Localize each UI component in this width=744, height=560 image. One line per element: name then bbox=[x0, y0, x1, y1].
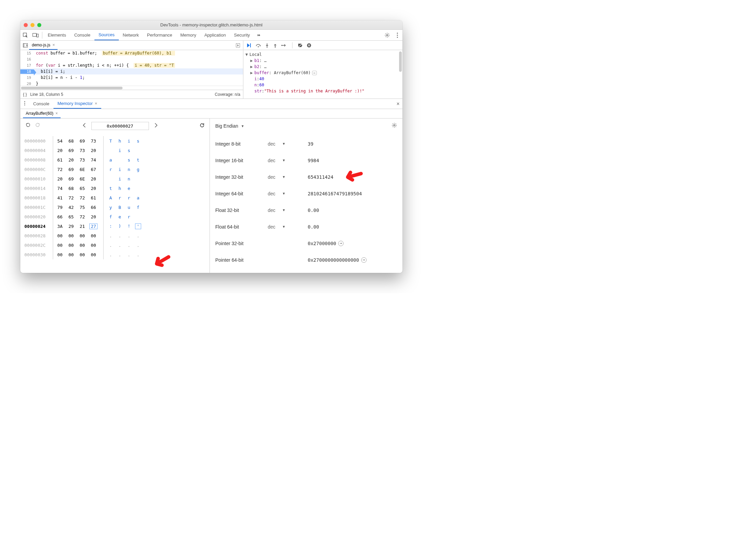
line-number[interactable]: 20 bbox=[20, 82, 34, 86]
file-tab[interactable]: demo-js.js × bbox=[29, 41, 58, 50]
scope-variable[interactable]: ▶b1: … bbox=[245, 58, 400, 64]
hex-byte[interactable]: 54 bbox=[56, 138, 64, 144]
hex-byte[interactable]: 00 bbox=[56, 252, 64, 257]
code-line[interactable]: 17for (var i = str.length; i < n; ++i) {… bbox=[20, 62, 243, 68]
value-settings-gear-icon[interactable] bbox=[392, 123, 397, 129]
tab-performance[interactable]: Performance bbox=[143, 30, 176, 40]
zoom-window-button[interactable] bbox=[37, 23, 41, 27]
hex-byte[interactable]: 00 bbox=[89, 233, 97, 238]
hex-byte[interactable]: 6E bbox=[78, 167, 86, 172]
hex-char[interactable]: a bbox=[108, 157, 114, 163]
hex-grid[interactable]: 0000000054686973This0000000420697320 is … bbox=[20, 133, 210, 273]
hex-char[interactable] bbox=[135, 176, 141, 181]
pretty-print-button[interactable]: { } bbox=[23, 92, 27, 97]
hex-row[interactable]: 0000002066657220fer bbox=[24, 212, 205, 221]
pause-exceptions-icon[interactable] bbox=[307, 43, 311, 48]
hex-byte[interactable]: 74 bbox=[56, 186, 64, 191]
tab-sources[interactable]: Sources bbox=[94, 30, 119, 40]
hex-char[interactable]: . bbox=[108, 243, 114, 248]
code-line[interactable]: 15const buffer = b1.buffer; buffer = Arr… bbox=[20, 50, 243, 56]
hex-char[interactable]: : bbox=[108, 223, 114, 229]
scope-variable[interactable]: i: 40 bbox=[245, 76, 400, 82]
hex-char[interactable]: f bbox=[135, 205, 141, 210]
hex-byte[interactable]: 00 bbox=[56, 243, 64, 248]
code-line[interactable]: 19 b2[i] = n - i - 1; bbox=[20, 74, 243, 81]
hex-char[interactable]: n bbox=[126, 176, 132, 181]
hex-char[interactable]: u bbox=[126, 205, 132, 210]
hex-char[interactable]: y bbox=[108, 205, 114, 210]
hex-byte[interactable]: 69 bbox=[67, 148, 75, 153]
hex-byte[interactable]: 61 bbox=[89, 195, 97, 200]
hex-char[interactable]: t bbox=[108, 186, 114, 191]
hex-byte[interactable]: 00 bbox=[78, 252, 86, 257]
hex-char[interactable]: . bbox=[117, 243, 123, 248]
value-format-select[interactable]: dec▼ bbox=[268, 158, 308, 163]
hex-char[interactable]: h bbox=[117, 186, 123, 191]
hex-row[interactable]: 000000243A292127:)!' bbox=[24, 221, 205, 231]
kebab-menu-icon[interactable] bbox=[392, 30, 402, 40]
line-number[interactable]: 16 bbox=[20, 57, 34, 62]
hex-byte[interactable]: 73 bbox=[78, 148, 86, 153]
history-back-icon[interactable] bbox=[24, 121, 32, 131]
hex-byte[interactable]: 72 bbox=[78, 195, 86, 200]
show-navigator-icon[interactable] bbox=[22, 43, 29, 47]
hex-byte[interactable]: 00 bbox=[67, 243, 75, 248]
hex-row[interactable]: 0000000861207374a st bbox=[24, 155, 205, 165]
jump-to-address-icon[interactable]: → bbox=[361, 257, 367, 263]
hex-byte[interactable]: 69 bbox=[67, 167, 75, 172]
scope-variable[interactable]: ▶b2: … bbox=[245, 64, 400, 70]
hex-byte[interactable]: 75 bbox=[78, 205, 86, 210]
hex-char[interactable]: . bbox=[126, 252, 132, 257]
hex-char[interactable] bbox=[135, 186, 141, 191]
history-forward-icon[interactable] bbox=[34, 121, 42, 131]
hex-char[interactable] bbox=[108, 148, 114, 153]
hex-char[interactable]: s bbox=[135, 138, 141, 144]
value-format-select[interactable]: dec▼ bbox=[268, 224, 308, 230]
hex-byte[interactable]: 41 bbox=[56, 195, 64, 200]
hex-char[interactable]: B bbox=[117, 205, 123, 210]
more-panels-icon[interactable] bbox=[254, 30, 264, 40]
hex-byte[interactable]: 66 bbox=[89, 205, 97, 210]
drawer-tab-console[interactable]: Console bbox=[29, 99, 53, 109]
prev-page-icon[interactable] bbox=[81, 122, 87, 130]
hex-byte[interactable]: 73 bbox=[78, 157, 86, 163]
drawer-menu-icon[interactable] bbox=[20, 101, 29, 107]
close-drawer-icon[interactable]: × bbox=[394, 101, 402, 107]
hex-byte[interactable]: 69 bbox=[78, 138, 86, 144]
hex-byte[interactable]: 20 bbox=[89, 148, 97, 153]
line-number[interactable]: 19 bbox=[20, 76, 34, 80]
tab-elements[interactable]: Elements bbox=[44, 30, 70, 40]
tab-security[interactable]: Security bbox=[230, 30, 254, 40]
hex-byte[interactable]: 00 bbox=[78, 243, 86, 248]
hex-byte[interactable]: 29 bbox=[67, 224, 75, 229]
tab-memory[interactable]: Memory bbox=[176, 30, 200, 40]
hex-char[interactable] bbox=[108, 176, 114, 181]
hex-byte[interactable]: 67 bbox=[89, 167, 97, 172]
inspect-icon[interactable] bbox=[20, 30, 30, 40]
hex-char[interactable]: h bbox=[117, 138, 123, 144]
scope-variable[interactable]: n: 60 bbox=[245, 82, 400, 88]
hex-row[interactable]: 0000002C00000000.... bbox=[24, 240, 205, 250]
resume-icon[interactable] bbox=[247, 43, 251, 48]
tab-network[interactable]: Network bbox=[119, 30, 143, 40]
code-line[interactable]: 20} bbox=[20, 81, 243, 86]
device-toolbar-icon[interactable] bbox=[30, 30, 41, 40]
value-format-select[interactable]: dec▼ bbox=[268, 208, 308, 213]
line-number[interactable]: 17 bbox=[20, 63, 34, 68]
code-line[interactable]: 18 b1[i] = i; bbox=[20, 68, 243, 74]
scope-header[interactable]: ▼Local bbox=[245, 51, 400, 58]
hex-byte[interactable]: 72 bbox=[67, 195, 75, 200]
code-line[interactable]: 16 bbox=[20, 56, 243, 62]
line-number[interactable]: 15 bbox=[20, 51, 34, 56]
hex-byte[interactable]: 00 bbox=[78, 233, 86, 238]
scope-variable[interactable]: ▶buffer: ArrayBuffer(60)⋯ bbox=[245, 70, 400, 76]
hex-char[interactable]: A bbox=[108, 195, 114, 200]
hex-char[interactable]: i bbox=[126, 138, 132, 144]
hex-char[interactable]: r bbox=[126, 214, 132, 219]
hex-char[interactable]: s bbox=[126, 157, 132, 163]
hex-row[interactable]: 0000001474686520the bbox=[24, 184, 205, 193]
hex-char[interactable]: i bbox=[117, 148, 123, 153]
hex-byte[interactable]: 61 bbox=[56, 157, 64, 163]
hex-char[interactable]: i bbox=[117, 176, 123, 181]
hex-byte[interactable]: 00 bbox=[67, 233, 75, 238]
